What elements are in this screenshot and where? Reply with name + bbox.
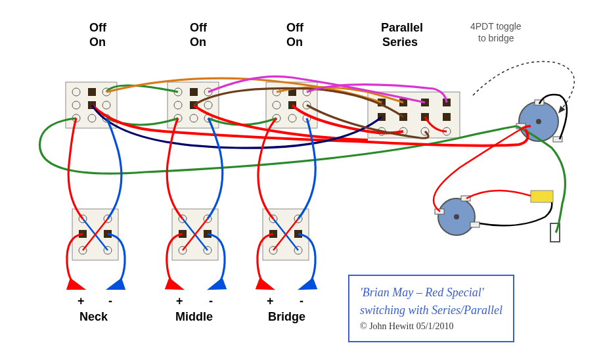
note-l1: 4PDT toggle	[470, 21, 522, 32]
sw4-series: Series	[382, 35, 418, 49]
pot-volume	[516, 100, 562, 142]
sw1-on: On	[89, 35, 106, 49]
switch-top-2	[168, 82, 219, 128]
sw2-off: Off	[190, 21, 207, 35]
svg-point-74	[536, 119, 541, 124]
sw3-on: On	[286, 35, 303, 49]
svg-point-79	[454, 214, 459, 219]
capacitor	[531, 191, 553, 202]
mid-pos: +	[176, 294, 183, 308]
caption-l1: 'Brian May – Red Special'	[360, 284, 502, 302]
caption-box: 'Brian May – Red Special' switching with…	[348, 275, 514, 342]
mid-neg: -	[209, 294, 213, 308]
svg-rect-38	[443, 113, 451, 121]
label-neck: Neck	[79, 310, 108, 324]
label-bridge: Bridge	[268, 310, 305, 324]
pot-tone	[435, 196, 480, 235]
neck-pos: +	[78, 294, 85, 308]
caption-l2: switching with Series/Parallel	[360, 302, 502, 319]
svg-rect-12	[190, 88, 198, 96]
sw1-off: Off	[89, 21, 106, 35]
note-l2: to bridge	[478, 33, 514, 43]
br-neg: -	[300, 294, 303, 308]
label-middle: Middle	[175, 310, 213, 324]
br-pos: +	[267, 294, 274, 308]
sw4-parallel: Parallel	[381, 21, 423, 35]
sw3-off: Off	[286, 21, 303, 35]
sw2-on: On	[190, 35, 206, 49]
bridge-dashed-arc	[473, 62, 574, 112]
neck-neg: -	[108, 294, 112, 308]
svg-rect-2	[88, 88, 96, 96]
caption-credit: © John Hewitt 05/1/2010	[360, 319, 502, 333]
svg-rect-78	[470, 222, 480, 227]
